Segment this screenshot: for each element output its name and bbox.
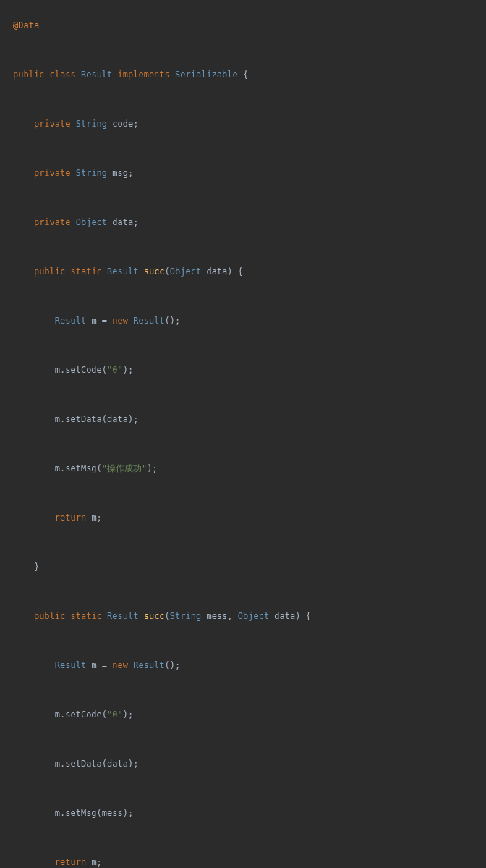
code-token [112, 69, 117, 80]
code-token: new [112, 316, 128, 326]
code-token: return [55, 857, 86, 867]
code-token: Object [238, 611, 269, 621]
code-token: public [34, 266, 65, 277]
code-token: static [71, 611, 102, 621]
code-token [70, 168, 75, 178]
code-token: String [170, 611, 201, 621]
code-token [13, 513, 55, 523]
code-token: m; [86, 857, 102, 867]
code-token: Result [107, 266, 138, 277]
code-token: data; [107, 217, 138, 227]
code-token: m; [86, 513, 102, 523]
code-token: @Data [13, 20, 39, 30]
code-token: m.setData(data); [13, 414, 138, 424]
code-token: class [50, 69, 76, 80]
code-token: return [55, 513, 86, 523]
code-token [70, 217, 75, 227]
code-token: private [34, 217, 71, 227]
code-token: mess, [201, 611, 238, 621]
code-token [13, 316, 55, 326]
code-token: private [34, 119, 71, 129]
code-token: Object [170, 266, 201, 277]
code-token: succ [144, 611, 165, 621]
code-token: "0" [107, 709, 123, 720]
code-token: m.setMsg(mess); [13, 808, 133, 818]
code-token [13, 611, 34, 621]
code-token: String [76, 168, 107, 178]
code-editor: @Data public class Result implements Ser… [0, 0, 486, 868]
code-token: Serializable [175, 69, 238, 80]
code-token: (); [165, 660, 181, 670]
code-token [13, 857, 55, 867]
code-token: ); [147, 463, 157, 473]
code-token: Result [133, 660, 164, 670]
code-token [65, 266, 70, 277]
code-token [70, 119, 75, 129]
code-token: "0" [107, 365, 123, 375]
code-token [13, 217, 34, 227]
code-token: Result [55, 316, 86, 326]
code-token: Result [133, 316, 164, 326]
code-token: m.setCode( [13, 365, 107, 375]
code-token [44, 69, 49, 80]
code-token: public [13, 69, 44, 80]
code-token: data) { [269, 611, 311, 621]
code-token: m = [86, 660, 112, 670]
code-token [76, 69, 81, 80]
code-token: } [13, 562, 39, 572]
code-token: msg; [107, 168, 133, 178]
code-token: Object [76, 217, 107, 227]
code-token: Result [81, 69, 112, 80]
code-token: ); [123, 709, 133, 720]
code-token: public [34, 611, 65, 621]
code-token [13, 168, 34, 178]
code-token [13, 266, 34, 277]
code-token: m.setData(data); [13, 759, 138, 769]
code-token: ( [165, 266, 170, 277]
code-token [138, 611, 143, 621]
code-token [13, 660, 55, 670]
code-token: m.setCode( [13, 709, 107, 720]
code-token: (); [165, 316, 181, 326]
code-token [102, 611, 107, 621]
code-token: code; [107, 119, 138, 129]
code-token [170, 69, 175, 80]
code-token: private [34, 168, 71, 178]
code-token [65, 611, 70, 621]
code-token: ( [165, 611, 170, 621]
code-token: m.setMsg( [13, 463, 102, 473]
code-token: String [76, 119, 107, 129]
code-token: data) { [201, 266, 243, 277]
code-token: m = [86, 316, 112, 326]
code-token: Result [107, 611, 138, 621]
code-token: ); [123, 365, 133, 375]
code-token: Result [55, 660, 86, 670]
code-token: succ [144, 266, 165, 277]
code-token: new [112, 660, 128, 670]
code-token: implements [118, 69, 170, 80]
code-token [138, 266, 143, 277]
code-token [102, 266, 107, 277]
code-token: { [238, 69, 248, 80]
code-token: static [71, 266, 102, 277]
code-token [13, 119, 34, 129]
code-token: "操作成功" [102, 463, 147, 473]
